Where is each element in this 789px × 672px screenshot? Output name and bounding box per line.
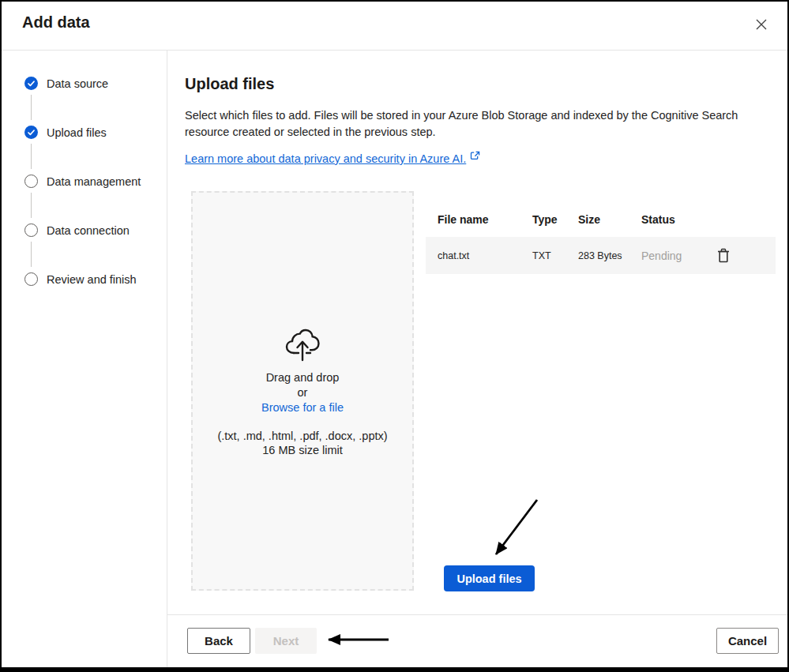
close-button[interactable] [750,13,773,36]
back-button[interactable]: Back [187,628,250,654]
file-table-row[interactable]: chat.txt TXT 283 Bytes Pending [426,237,776,274]
dropzone-or-label: or [298,386,308,399]
stepper-item-data-management[interactable]: Data management [24,175,141,188]
upload-files-button[interactable]: Upload files [444,565,535,591]
cancel-button[interactable]: Cancel [716,628,779,654]
sidebar-divider [167,51,167,667]
step-connector [31,242,32,267]
step-complete-icon [24,77,38,90]
add-data-dialog: Add data Data source Upload files Data m… [0,0,789,672]
annotation-arrow-upload [496,500,537,554]
stepper-item-review-and-finish[interactable]: Review and finish [24,272,137,286]
page-title: Upload files [185,75,274,93]
page-description: Select which files to add. Files will be… [185,107,773,141]
dropzone-size-limit: 16 MB size limit [262,444,343,456]
close-icon [755,18,768,31]
step-connector [31,95,32,120]
step-label: Data management [47,175,141,188]
learn-more-link[interactable]: Learn more about data privacy and securi… [185,152,466,165]
step-circle-icon [24,175,38,188]
header-type: Type [532,213,578,226]
cell-size: 283 Bytes [578,250,641,261]
step-label: Data connection [47,224,130,237]
file-dropzone[interactable]: Drag and drop or Browse for a file (.txt… [191,191,414,591]
step-circle-icon [24,223,38,237]
step-label: Upload files [47,126,107,139]
header-status: Status [641,213,712,226]
delete-file-button[interactable] [716,246,731,265]
stepper-item-data-connection[interactable]: Data connection [24,223,130,237]
browse-file-link[interactable]: Browse for a file [261,401,344,414]
step-label: Data source [47,77,108,90]
cell-status: Pending [641,250,712,262]
cell-type: TXT [532,250,578,261]
dropzone-file-types: (.txt, .md, .html, .pdf, .docx, .pptx) [217,430,387,442]
header-size: Size [578,213,641,226]
step-circle-icon [24,272,38,286]
cell-file-name: chat.txt [438,250,532,261]
step-label: Review and finish [47,273,137,286]
file-table: File name Type Size Status chat.txt TXT … [426,208,776,274]
stepper-item-upload-files[interactable]: Upload files [24,126,107,139]
learn-more-link-row: Learn more about data privacy and securi… [185,151,480,166]
step-connector [31,144,32,169]
dialog-title: Add data [22,13,90,32]
header-file-name: File name [438,213,532,226]
stepper-item-data-source[interactable]: Data source [24,77,108,90]
footer-divider [167,614,787,615]
external-link-icon [470,151,480,161]
cloud-upload-icon [284,328,321,365]
trash-icon [717,248,730,263]
dropzone-drag-label: Drag and drop [266,371,340,384]
step-connector [31,193,32,218]
next-button[interactable]: Next [255,628,317,654]
step-complete-icon [24,126,38,139]
file-table-header: File name Type Size Status [426,208,776,237]
header-divider [2,50,787,51]
